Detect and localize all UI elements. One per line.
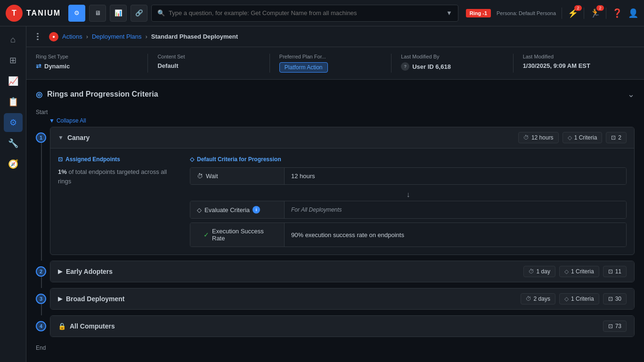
help-button[interactable]: ❓ xyxy=(612,8,622,18)
link-button[interactable]: 🔗 xyxy=(130,5,147,22)
clock-icon-wait: ⏱ xyxy=(197,173,203,180)
ring-card-3: ▶ Broad Deployment ⏱ 2 days ◇ 1 xyxy=(50,288,635,310)
endpoints-icon-2: ⊡ xyxy=(608,268,613,275)
divider-2 xyxy=(584,8,584,19)
ring-4-meta: ⊡ 73 xyxy=(603,321,627,332)
search-icon: 🔍 xyxy=(157,9,165,16)
ring-2-criteria-tag: ◇ 1 Criteria xyxy=(559,266,599,277)
meta-bar: Ring Set Type ⇄ Dynamic Content Set Defa… xyxy=(26,47,644,80)
search-input[interactable] xyxy=(169,9,442,16)
ring-2-time-tag: ⏱ 1 day xyxy=(523,266,555,277)
ring-2-name: Early Adopters xyxy=(66,268,113,275)
ring-3-criteria: 1 Criteria xyxy=(571,296,594,302)
section-collapse-icon[interactable]: ⌄ xyxy=(628,89,635,99)
main-layout: ⌂ ⊞ 📈 📋 ⚙ 🔧 🧭 ● Actions › Deployment Pla… xyxy=(0,26,644,362)
search-bar[interactable]: 🔍 ▼ xyxy=(151,5,458,22)
platform-action-badge: Platform Action xyxy=(279,62,328,73)
end-label: End xyxy=(36,345,635,351)
breadcrumb-bar: ● Actions › Deployment Plans › Standard … xyxy=(26,26,644,47)
tanium-logo-icon: T xyxy=(6,5,23,22)
ring-3-time: 2 days xyxy=(534,296,550,302)
ring-1-right: ◇ Default Criteria for Progression ⏱ Wai… xyxy=(190,156,627,247)
success-rate-value: 90% execution success rate on endpoints xyxy=(291,231,404,239)
assigned-icon: ⊡ xyxy=(58,156,63,163)
ring-1-title: ▼ Canary xyxy=(58,134,90,141)
sidebar-item-tools[interactable]: 🔧 xyxy=(4,134,23,153)
ring-1-count: ⊡ 2 xyxy=(606,132,627,143)
collapse-all-button[interactable]: ▼ Collapse All xyxy=(49,117,635,124)
ring-card-4: 🔒 All Computers ⊡ 73 xyxy=(50,315,635,337)
lock-icon: 🔒 xyxy=(58,322,66,330)
ring-2-count: ⊡ 11 xyxy=(603,266,627,277)
ring-2-expand-icon[interactable]: ▶ xyxy=(58,268,62,275)
success-rate-label: Execution Success Rate xyxy=(212,228,277,242)
ring-1-time: 12 hours xyxy=(531,134,554,141)
meta-ring-set-type-text: Dynamic xyxy=(44,63,70,70)
evaluate-row: ◇ Evaluate Criteria i For All Deployment… xyxy=(190,201,627,219)
clock-icon-2: ⏱ xyxy=(529,268,534,275)
persona-text: Persona: Default Persona xyxy=(497,10,556,16)
breadcrumb-sep-2: › xyxy=(145,33,147,40)
ring-3-meta: ⏱ 2 days ◇ 1 Criteria ⊡ 30 xyxy=(521,293,627,304)
collapse-all-label: Collapse All xyxy=(57,117,86,124)
ring-line-3 xyxy=(41,304,42,315)
gear-button[interactable]: ⚙ xyxy=(68,5,85,22)
start-label: Start xyxy=(36,109,635,115)
modules-badge: 2 xyxy=(596,5,604,11)
default-criteria-title: ◇ Default Criteria for Progression xyxy=(190,156,627,163)
meta-content-set-label: Content Set xyxy=(157,54,260,59)
ring-4-title: 🔒 All Computers xyxy=(58,322,115,330)
breadcrumb-menu-button[interactable] xyxy=(36,32,45,41)
sidebar-item-home[interactable]: ⌂ xyxy=(4,30,23,49)
ring-number-4: 4 xyxy=(36,321,46,331)
evaluate-value-cell: For All Deployments xyxy=(285,201,626,218)
criteria-diamond-icon: ◇ xyxy=(190,156,194,163)
ring-3-header: ▶ Broad Deployment ⏱ 2 days ◇ 1 xyxy=(50,288,634,309)
wait-label: Wait xyxy=(206,173,218,180)
ring-1-collapse-icon[interactable]: ▼ xyxy=(58,134,64,141)
wait-value: 12 hours xyxy=(291,173,315,180)
sidebar-item-actions[interactable]: ⚙ xyxy=(4,113,23,132)
ring-1-count-value: 2 xyxy=(618,134,621,141)
timeline: Start ▼ Collapse All 1 ▼ xyxy=(36,107,635,353)
notifications-button[interactable]: ⚡ 2 xyxy=(568,8,578,18)
topbar: T TANIUM ⚙ 🖥 📊 🔗 🔍 ▼ Ring -1 Persona: De… xyxy=(0,0,644,26)
user-button[interactable]: 👤 xyxy=(628,8,638,18)
ring-line-2 xyxy=(41,277,42,288)
ring-1-name: Canary xyxy=(67,134,90,141)
ring-indicator: Ring -1 xyxy=(466,9,491,17)
meta-preferred-plan-value: Platform Action xyxy=(279,62,382,73)
clock-icon-1: ⏱ xyxy=(523,134,529,141)
divider-1 xyxy=(562,8,562,19)
assigned-endpoints-title: ⊡ Assigned Endpoints xyxy=(58,156,180,163)
content-area: ● Actions › Deployment Plans › Standard … xyxy=(26,26,644,362)
ring-1-criteria: 1 Criteria xyxy=(574,134,597,141)
sidebar-item-reports[interactable]: 📋 xyxy=(4,92,23,111)
evaluate-info-icon[interactable]: i xyxy=(253,206,260,214)
meta-last-modified-by-label: Last Modified By xyxy=(401,54,503,59)
for-all-badge: For All Deployments xyxy=(291,206,342,213)
endpoints-icon-4: ⊡ xyxy=(608,323,613,329)
sidebar-item-chart[interactable]: 📈 xyxy=(4,72,23,90)
ring-3-broad-deployment: 3 ▶ Broad Deployment ⏱ 2 days xyxy=(50,288,635,310)
ring-card-1: ▼ Canary ⏱ 12 hours ◇ 1 Criteri xyxy=(50,127,635,255)
breadcrumb-deployment-plans[interactable]: Deployment Plans xyxy=(92,33,142,40)
endpoints-icon-3: ⊡ xyxy=(608,296,613,302)
monitor-button[interactable]: 🖥 xyxy=(89,5,106,22)
wait-label-cell: ⏱ Wait xyxy=(190,168,285,184)
meta-last-modified-label: Last Modified xyxy=(523,54,625,59)
breadcrumb-actions[interactable]: Actions xyxy=(62,33,82,40)
modules-button[interactable]: 🏃 2 xyxy=(590,8,600,18)
success-rate-label-cell: ✓ Execution Success Rate xyxy=(190,223,285,247)
meta-ring-set-type: Ring Set Type ⇄ Dynamic xyxy=(36,54,148,73)
meta-content-set: Content Set Default xyxy=(148,54,269,73)
chart-button[interactable]: 📊 xyxy=(110,5,127,22)
sidebar-item-grid[interactable]: ⊞ xyxy=(4,51,23,70)
notifications-badge: 2 xyxy=(574,5,582,11)
ring-3-expand-icon[interactable]: ▶ xyxy=(58,296,62,302)
criteria-icon-2: ◇ xyxy=(564,268,569,275)
ring-3-time-tag: ⏱ 2 days xyxy=(521,293,555,304)
sidebar-item-compass[interactable]: 🧭 xyxy=(4,155,23,173)
ring-3-count-value: 30 xyxy=(615,296,621,302)
meta-ring-set-type-value: ⇄ Dynamic xyxy=(36,62,138,70)
